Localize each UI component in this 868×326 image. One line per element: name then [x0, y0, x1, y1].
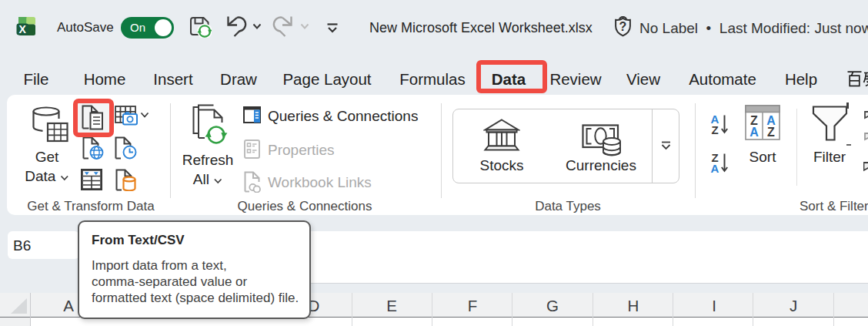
svg-text:Z: Z — [767, 126, 775, 139]
svg-text:A: A — [749, 126, 759, 139]
svg-text:A: A — [711, 162, 719, 174]
svg-text:A: A — [766, 114, 776, 127]
svg-text:X: X — [19, 23, 27, 35]
svg-text:Z: Z — [750, 114, 758, 127]
svg-text:Z: Z — [711, 123, 718, 136]
svg-text:?: ? — [619, 20, 627, 33]
